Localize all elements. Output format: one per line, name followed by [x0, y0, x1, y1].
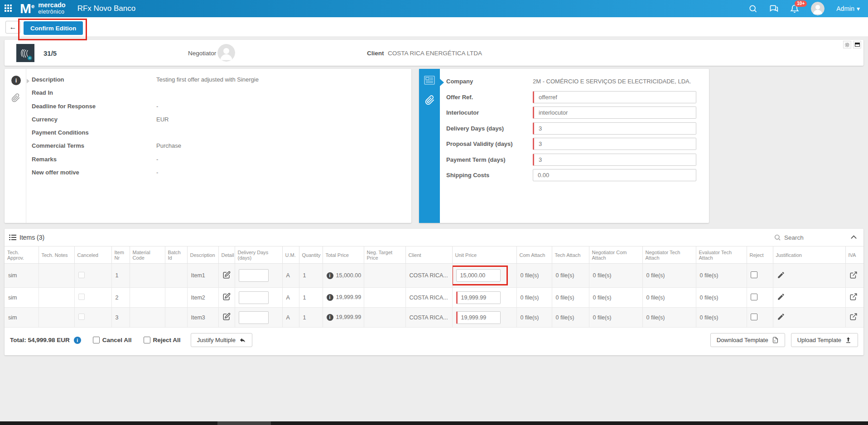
- download-template-button[interactable]: Download Template x: [710, 333, 785, 347]
- col-header: Negotiator Com Attach: [589, 246, 642, 264]
- field-value: -: [156, 169, 158, 176]
- field-label: Payment Conditions: [32, 129, 156, 136]
- reject-checkbox[interactable]: [751, 271, 757, 278]
- total-label: Total: 54,999.98 EUR: [10, 337, 70, 343]
- collapse-chevron-up-icon[interactable]: [850, 234, 857, 241]
- upload-icon: [845, 337, 852, 343]
- apps-grid-icon[interactable]: [5, 5, 13, 13]
- upload-template-button[interactable]: Upload Template: [791, 333, 858, 347]
- cell-total-price: i15,000.00: [323, 264, 364, 288]
- cell-justification: [773, 264, 845, 288]
- search-icon[interactable]: [748, 4, 757, 13]
- info-icon: i: [327, 272, 333, 279]
- col-header: Tech. Approv.: [5, 246, 39, 264]
- cell-negotiator-tech-attach: 0 file(s): [642, 308, 696, 328]
- reject-checkbox[interactable]: [751, 294, 757, 300]
- cell-com-attach: 0 file(s): [516, 264, 552, 288]
- cell-unit-price: [452, 264, 516, 288]
- negotiator-avatar: [217, 44, 235, 62]
- me-logo[interactable]: Me mercado eletrônico: [20, 2, 66, 15]
- cell-detail: [218, 264, 235, 288]
- cell-neg-target-price: [364, 288, 405, 308]
- details-strip: i: [5, 69, 26, 223]
- bell-icon[interactable]: 10+: [790, 4, 799, 13]
- notification-badge: 10+: [795, 0, 807, 7]
- company-label: Company: [446, 78, 533, 85]
- cell-canceled: [74, 264, 111, 288]
- cell-item-nr: 1: [111, 264, 130, 288]
- col-header: Description: [187, 246, 218, 264]
- cell-total-price: i19,999.99: [323, 308, 364, 328]
- justification-pencil-icon[interactable]: [777, 313, 785, 321]
- proposal-validity-input[interactable]: [533, 138, 696, 150]
- cell-material-code: [130, 264, 165, 288]
- cell-batch-id: [165, 264, 187, 288]
- cell-tech-notes: [39, 288, 74, 308]
- chat-icon[interactable]: [769, 4, 778, 13]
- admin-label: Admin: [836, 5, 854, 12]
- reject-checkbox[interactable]: [751, 314, 757, 320]
- reject-all-checkbox[interactable]: Reject All: [144, 337, 181, 343]
- cell-tech-attach: 0 file(s): [552, 264, 589, 288]
- offer-ref-input[interactable]: [533, 91, 696, 103]
- iva-external-link-icon[interactable]: [849, 271, 858, 279]
- cell-iva: [845, 264, 863, 288]
- iva-external-link-icon[interactable]: [849, 313, 858, 321]
- cell-neg-target-price: [364, 264, 405, 288]
- shipping-costs-input[interactable]: [533, 169, 696, 181]
- horizontal-scrollbar[interactable]: [0, 421, 868, 425]
- cell-unit-price: [452, 308, 516, 328]
- info-icon: i: [327, 294, 333, 301]
- col-header: Detail: [218, 246, 235, 264]
- paperclip-icon[interactable]: [11, 93, 20, 102]
- total-info-icon[interactable]: i: [74, 337, 81, 344]
- admin-menu[interactable]: Admin ▾: [836, 5, 860, 12]
- items-search-input[interactable]: [784, 234, 836, 241]
- user-avatar[interactable]: [811, 2, 825, 15]
- cell-um: A: [282, 308, 299, 328]
- scrollbar-thumb[interactable]: [217, 421, 271, 425]
- delivery-days-input[interactable]: [533, 122, 696, 135]
- col-header: Tech Attach: [552, 246, 589, 264]
- payment-term-input[interactable]: [533, 154, 696, 166]
- unit-price-input[interactable]: [456, 311, 501, 324]
- detail-edit-icon[interactable]: [222, 313, 231, 321]
- row-delivery-days-input[interactable]: [239, 269, 269, 282]
- detail-edit-icon[interactable]: [222, 293, 231, 301]
- cell-tech-approv: sim: [5, 308, 39, 328]
- logo-name-top: mercado: [38, 2, 65, 9]
- cancel-all-checkbox[interactable]: Cancel All: [93, 337, 132, 343]
- svg-text:x: x: [774, 339, 775, 342]
- window-icon[interactable]: [853, 41, 861, 48]
- strip-arrow: [440, 79, 444, 86]
- field-label: Remarks: [32, 156, 156, 163]
- list-icon: [9, 234, 16, 241]
- col-header: Client: [405, 246, 452, 264]
- iva-external-link-icon[interactable]: [849, 293, 858, 301]
- justification-pencil-icon[interactable]: [777, 293, 785, 301]
- unit-price-input[interactable]: [456, 291, 501, 304]
- annotation-box-unit-price: [452, 266, 508, 285]
- cell-description: Item1: [187, 264, 218, 288]
- cell-tech-attach: 0 file(s): [552, 308, 589, 328]
- interlocutor-input[interactable]: [533, 106, 696, 119]
- cell-negotiator-com-attach: 0 file(s): [589, 264, 642, 288]
- gear-icon[interactable]: [843, 41, 851, 48]
- row-delivery-days-input[interactable]: [239, 291, 269, 304]
- justification-pencil-icon[interactable]: [777, 271, 785, 279]
- back-button[interactable]: ←: [5, 21, 20, 34]
- row-delivery-days-input[interactable]: [239, 311, 269, 324]
- confirm-edition-button[interactable]: Confirm Edition: [24, 21, 83, 35]
- cell-canceled: [74, 288, 111, 308]
- detail-edit-icon[interactable]: [222, 271, 231, 279]
- cell-negotiator-com-attach: 0 file(s): [589, 308, 642, 328]
- unit-price-input[interactable]: [456, 269, 501, 282]
- field-value: Testing first offer adjusted with Sinerg…: [156, 76, 259, 83]
- canceled-checkbox: [78, 314, 85, 320]
- offer-card: Company2M - COMÉRCIO E SERVIÇOS DE ELECT…: [419, 69, 709, 223]
- paperclip-icon[interactable]: [425, 95, 435, 105]
- justify-multiple-button[interactable]: Justify Multiple: [191, 333, 252, 347]
- col-header: Canceled: [74, 246, 111, 264]
- info-icon: i: [327, 314, 333, 321]
- cell-negotiator-com-attach: 0 file(s): [589, 288, 642, 308]
